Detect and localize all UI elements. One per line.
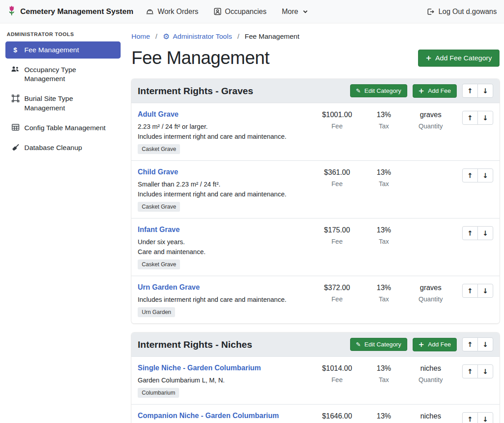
breadcrumb: Home / ⚙ Administrator Tools / Fee Manag… xyxy=(131,32,500,41)
move-fee-down-button[interactable]: ↓ xyxy=(477,111,493,125)
fee-amount-label: Fee xyxy=(332,123,343,130)
category-actions: ✎ Edit Category + Add Fee ↑ ↓ xyxy=(350,84,493,98)
quantity-value: graves xyxy=(420,284,441,292)
plus-icon: + xyxy=(418,87,424,95)
fee-amount-column: $175.00 Fee xyxy=(314,226,360,245)
fee-row: Single Niche - Garden Columbarium Garden… xyxy=(131,357,500,405)
nav-work-orders-label: Work Orders xyxy=(158,8,198,16)
fee-row: Infant Grave Under six years.Care and ma… xyxy=(131,218,500,276)
fee-amount-label: Fee xyxy=(332,238,343,245)
nav-occupancies-label: Occupancies xyxy=(225,8,267,16)
sidebar-item-label: Database Cleanup xyxy=(24,143,82,152)
move-fee-down-button[interactable]: ↓ xyxy=(477,226,493,240)
category-title: Interment Rights - Niches xyxy=(138,339,252,350)
fee-details: Single Niche - Garden Columbarium Garden… xyxy=(138,364,314,398)
nav-occupancies[interactable]: Occupancies xyxy=(214,8,267,16)
app-root: Cemetery Management System Work Orders xyxy=(0,0,504,423)
sidebar-item-label: Config Table Management xyxy=(24,123,106,132)
add-fee-label: Add Fee xyxy=(428,87,451,94)
move-fee-down-button[interactable]: ↓ xyxy=(477,364,493,378)
tax-column: 13% Tax xyxy=(360,412,407,423)
breadcrumb-separator: / xyxy=(237,32,239,41)
move-category-up-button[interactable]: ↑ xyxy=(462,84,478,98)
sidebar-item-burial-site-type-management[interactable]: Burial Site Type Management xyxy=(5,90,121,116)
arrow-up-icon: ↑ xyxy=(467,114,473,122)
gear-icon: ⚙ xyxy=(163,33,170,41)
fee-amount: $361.00 xyxy=(324,168,350,177)
plus-icon: + xyxy=(418,341,424,348)
add-fee-button[interactable]: + Add Fee xyxy=(413,84,457,98)
sidebar-item-occupancy-type-management[interactable]: Occupancy Type Management xyxy=(5,61,121,87)
fee-name-link[interactable]: Urn Garden Grave xyxy=(138,283,200,291)
add-fee-category-button[interactable]: + Add Fee Category xyxy=(418,50,500,67)
move-fee-up-button[interactable]: ↑ xyxy=(462,111,478,125)
tax-label: Tax xyxy=(379,376,389,383)
fee-name-link[interactable]: Child Grave xyxy=(138,168,178,176)
category-body: Single Niche - Garden Columbarium Garden… xyxy=(131,357,500,423)
move-fee-up-button[interactable]: ↑ xyxy=(462,412,478,423)
nav-more[interactable]: More xyxy=(282,8,307,16)
fee-name-link[interactable]: Single Niche - Garden Columbarium xyxy=(138,364,261,372)
sidebar: ADMINISTRATOR TOOLS $ Fee Management Occ… xyxy=(0,23,126,159)
sidebar-item-database-cleanup[interactable]: Database Cleanup xyxy=(5,139,121,156)
move-fee-down-button[interactable]: ↓ xyxy=(477,412,493,423)
move-category-down-button[interactable]: ↓ xyxy=(477,337,493,351)
add-fee-button[interactable]: + Add Fee xyxy=(413,338,457,351)
quantity-value: niches xyxy=(420,364,441,373)
fee-description: Garden Columbarium L, M, N. xyxy=(138,377,310,384)
fee-row: Urn Garden Grave Includes interment righ… xyxy=(131,276,500,323)
quantity-column xyxy=(407,168,454,172)
quantity-value: graves xyxy=(420,111,441,119)
logout-icon xyxy=(427,8,435,15)
breadcrumb-home-link[interactable]: Home xyxy=(131,32,150,41)
tax-value: 13% xyxy=(377,226,391,234)
tax-label: Tax xyxy=(379,296,389,303)
move-fee-down-button[interactable]: ↓ xyxy=(477,168,493,182)
sidebar-section-header: ADMINISTRATOR TOOLS xyxy=(7,32,121,37)
fee-row: Adult Grave 2.23 m² / 24 ft² or larger.I… xyxy=(131,103,500,161)
fee-description: Includes interment right and care and ma… xyxy=(138,133,310,140)
quantity-column: niches Quantity xyxy=(407,364,454,383)
arrow-up-icon: ↑ xyxy=(467,341,473,349)
sidebar-item-config-table-management[interactable]: Config Table Management xyxy=(5,119,121,136)
quantity-column xyxy=(407,226,454,230)
fee-name-link[interactable]: Adult Grave xyxy=(138,110,179,118)
move-category-up-button[interactable]: ↑ xyxy=(462,337,478,351)
fee-name-link[interactable]: Companion Niche - Garden Columbarium xyxy=(138,412,279,420)
fee-description: Care and maintenance. xyxy=(138,248,310,255)
move-fee-up-button[interactable]: ↑ xyxy=(462,284,478,298)
arrow-down-icon: ↓ xyxy=(482,341,488,349)
logout-link[interactable]: Log Out d.gowans xyxy=(427,8,497,16)
fee-descriptions: Smaller than 2.23 m² / 24 ft².Includes i… xyxy=(138,181,310,198)
fee-amount-label: Fee xyxy=(332,180,343,187)
fee-amount-label: Fee xyxy=(332,296,343,303)
fee-name-link[interactable]: Infant Grave xyxy=(138,226,180,234)
sidebar-item-fee-management[interactable]: $ Fee Management xyxy=(5,41,121,59)
quantity-column: graves Quantity xyxy=(407,283,454,303)
nav-work-orders[interactable]: Work Orders xyxy=(146,8,198,16)
brand[interactable]: Cemetery Management System xyxy=(7,5,133,18)
edit-category-button[interactable]: ✎ Edit Category xyxy=(350,338,407,351)
breadcrumb-admin-tools-link[interactable]: ⚙ Administrator Tools xyxy=(163,32,232,41)
arrow-down-icon: ↓ xyxy=(482,229,488,237)
tax-value: 13% xyxy=(377,111,391,119)
arrow-up-icon: ↑ xyxy=(467,368,473,376)
tax-label: Tax xyxy=(379,238,389,245)
vector-square-icon xyxy=(11,95,20,102)
edit-category-button[interactable]: ✎ Edit Category xyxy=(350,84,407,97)
breadcrumb-separator: / xyxy=(155,32,157,41)
fee-type-badge: Casket Grave xyxy=(138,202,180,212)
tax-column: 13% Tax xyxy=(360,226,407,245)
move-fee-up-button[interactable]: ↑ xyxy=(462,226,478,240)
move-fee-up-button[interactable]: ↑ xyxy=(462,168,478,182)
fee-reorder-controls: ↑ ↓ xyxy=(462,226,493,240)
move-fee-down-button[interactable]: ↓ xyxy=(477,284,493,298)
arrow-down-icon: ↓ xyxy=(482,368,488,376)
move-fee-up-button[interactable]: ↑ xyxy=(462,364,478,378)
main-content: Home / ⚙ Administrator Tools / Fee Manag… xyxy=(126,23,504,423)
table-icon xyxy=(11,124,20,131)
quantity-column: niches Quantity xyxy=(407,412,454,423)
add-fee-label: Add Fee xyxy=(428,341,451,348)
category-reorder-controls: ↑ ↓ xyxy=(462,337,493,351)
move-category-down-button[interactable]: ↓ xyxy=(477,84,493,98)
